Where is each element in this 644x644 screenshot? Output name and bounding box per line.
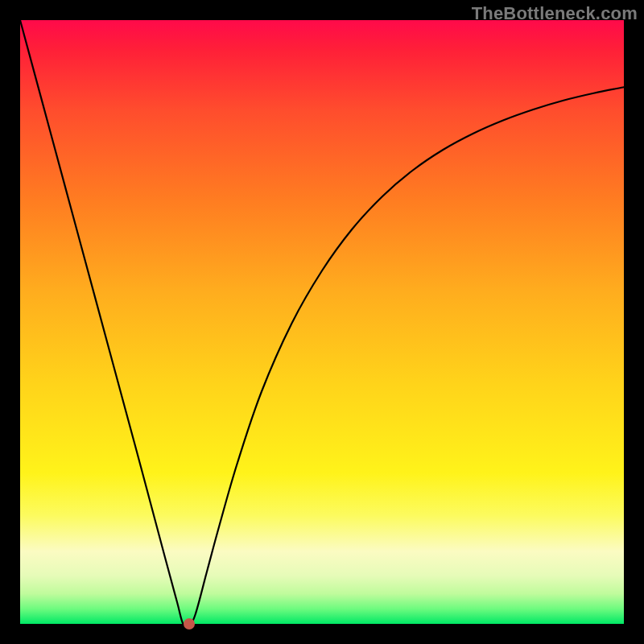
- bottleneck-curve-path: [20, 20, 624, 626]
- minimum-marker: [184, 618, 195, 630]
- chart-container: TheBottleneck.com: [0, 0, 644, 644]
- plot-area: [20, 20, 624, 624]
- watermark-text: TheBottleneck.com: [472, 3, 638, 24]
- curve-svg: [20, 20, 624, 624]
